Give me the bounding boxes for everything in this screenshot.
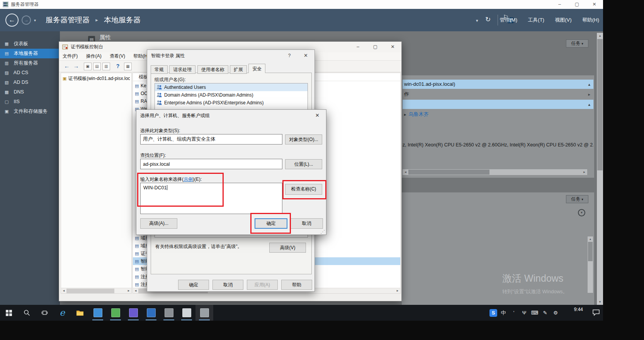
maximize-button[interactable]: ▢: [568, 0, 586, 9]
server-header-row[interactable]: win-dc01.ad-pisx.local) ▴: [403, 80, 593, 89]
cancel-button[interactable]: 取消: [290, 218, 323, 229]
file-explorer-button[interactable]: [71, 305, 89, 321]
advanced-button[interactable]: 高级(V): [269, 243, 306, 253]
tray-icon-voice[interactable]: Ψ: [520, 309, 528, 317]
scrollbar-thumb[interactable]: [408, 170, 489, 175]
view-menu-icon[interactable]: ▦: [124, 63, 132, 70]
forward-icon[interactable]: →: [72, 63, 80, 70]
minimize-button[interactable]: –: [551, 0, 568, 9]
tray-icon-soft-keyboard[interactable]: ⌨: [530, 309, 539, 317]
sidebar-item-all-servers[interactable]: ▥ 所有服务器: [0, 58, 60, 68]
console-menu-view[interactable]: 查看(V): [106, 52, 129, 60]
taskbar-app-app-6[interactable]: [178, 305, 195, 321]
nav-caret-icon[interactable]: ▾: [476, 18, 478, 23]
section-header-row[interactable]: ▴: [403, 100, 593, 109]
properties-icon[interactable]: ▥: [102, 63, 110, 70]
sidebar-item-ad-ds[interactable]: ▧ AD DS: [0, 78, 60, 87]
taskbar-app-app-4[interactable]: [142, 305, 160, 321]
export-list-icon[interactable]: ▤: [93, 63, 101, 70]
sidebar-item-iis[interactable]: ▢ IIS: [0, 97, 60, 107]
console-menu-file[interactable]: 文件(F): [59, 52, 81, 60]
sidebar-item-ad-cs[interactable]: ▨ AD CS: [0, 68, 60, 78]
tasks-button-properties[interactable]: 任务▾: [566, 39, 588, 48]
check-names-button[interactable]: 检查名称(C): [285, 184, 322, 195]
sidebar-item-dns[interactable]: ▩ DNS: [0, 87, 60, 97]
main-vertical-scrollbar[interactable]: ▴ ▾: [597, 33, 603, 305]
back-icon[interactable]: ←: [63, 63, 71, 70]
nav-menu-view[interactable]: 视图(V): [555, 17, 571, 23]
tree-horizontal-scrollbar[interactable]: ◂ ▸: [61, 288, 131, 293]
scroll-left-icon[interactable]: ◂: [61, 288, 66, 293]
taskbar-app-app-1[interactable]: [89, 305, 107, 321]
tasks-button-secondary[interactable]: 任务▾: [566, 195, 588, 203]
breadcrumb-root[interactable]: 服务器管理器: [46, 16, 90, 24]
scrollbar-thumb[interactable]: [66, 289, 114, 293]
group-row[interactable]: Enterprise Admins (AD-PISX\Enterprise Ad…: [155, 99, 308, 107]
dialog-titlebar[interactable]: 智能卡登录 属性 ? ✕: [147, 50, 314, 61]
start-button[interactable]: [0, 305, 18, 321]
advanced-button[interactable]: 高级(A)...: [140, 218, 177, 229]
object-type-field[interactable]: [140, 134, 282, 144]
expand-icon[interactable]: ▸: [588, 90, 590, 99]
nav-menu-tools[interactable]: 工具(T): [528, 17, 544, 23]
object-types-button[interactable]: 对象类型(O)...: [285, 134, 322, 144]
tab-extensions[interactable]: 扩展: [230, 65, 247, 74]
tray-icon-input-cn[interactable]: 中: [499, 309, 508, 317]
scroll-down-icon[interactable]: ▾: [597, 299, 603, 305]
location-field[interactable]: [140, 159, 282, 169]
ok-button[interactable]: 确定: [255, 218, 287, 229]
scroll-right-icon[interactable]: ▸: [126, 288, 131, 293]
show-console-tree-icon[interactable]: ▣: [84, 63, 92, 70]
tab-subject-name[interactable]: 使用者名称: [197, 65, 228, 74]
taskbar-app-app-2[interactable]: [107, 305, 124, 321]
group-row[interactable]: Authenticated Users: [155, 83, 308, 91]
help-button[interactable]: ?: [282, 50, 297, 61]
taskbar-app-app-7[interactable]: [195, 305, 213, 321]
help-icon[interactable]: ?: [114, 63, 122, 70]
maximize-button[interactable]: ▢: [367, 42, 384, 52]
minimize-button[interactable]: –: [349, 42, 367, 52]
action-center-button[interactable]: [592, 309, 600, 317]
dialog-button-cancel[interactable]: 取消: [212, 280, 243, 290]
scrollbar-thumb[interactable]: [597, 39, 603, 170]
scroll-up-icon[interactable]: ▴: [588, 236, 593, 242]
dialog-titlebar[interactable]: 选择用户、计算机、服务帐户或组 ✕: [136, 110, 326, 121]
tray-icon-input-punct[interactable]: ’: [510, 309, 518, 317]
tree-root-item[interactable]: ▣证书模板(win-dc01.ad-pisx.loc: [63, 75, 130, 82]
sidebar-item-dashboard[interactable]: ▦ 仪表板: [0, 39, 60, 49]
sidebar-item-file-storage[interactable]: ▣ 文件和存储服务: [0, 107, 60, 116]
dialog-button-apply[interactable]: 应用(A): [247, 280, 278, 290]
nav-menu-help[interactable]: 帮助(H): [582, 17, 599, 23]
examples-link[interactable]: 示例: [184, 177, 193, 182]
locations-button[interactable]: 位置(L)...: [285, 159, 322, 169]
breadcrumb-current[interactable]: 本地服务器: [104, 16, 141, 24]
internet-explorer-button[interactable]: e: [53, 305, 71, 321]
tab-security[interactable]: 安全: [248, 64, 265, 73]
tray-icon-sogou[interactable]: S: [489, 309, 497, 317]
scrollbar-thumb[interactable]: [588, 242, 593, 261]
close-button[interactable]: ✕: [586, 0, 603, 9]
close-button[interactable]: ✕: [297, 50, 314, 61]
scroll-left-icon[interactable]: ◂: [403, 169, 408, 175]
object-names-input[interactable]: WIN-DC01: [140, 183, 282, 214]
scroll-left-icon[interactable]: ◂: [133, 288, 138, 293]
group-row[interactable]: Domain Admins (AD-PISX\Domain Admins): [155, 91, 308, 99]
collapse-icon[interactable]: ▴: [588, 100, 590, 109]
console-menu-action[interactable]: 操作(A): [83, 52, 105, 60]
action-row[interactable]: 作 ▸: [403, 90, 593, 99]
taskbar-app-app-3[interactable]: [124, 305, 142, 321]
scroll-right-icon[interactable]: ▸: [581, 169, 587, 175]
search-button[interactable]: [18, 305, 36, 321]
tab-general[interactable]: 常规: [151, 65, 168, 74]
city-link[interactable]: 乌鲁木齐: [409, 111, 429, 117]
close-button[interactable]: ✕: [309, 110, 326, 121]
dialog-button-help[interactable]: 帮助: [281, 280, 312, 290]
refresh-icon[interactable]: ↻: [485, 15, 491, 24]
close-button[interactable]: ✕: [384, 42, 401, 52]
task-view-button[interactable]: [36, 305, 53, 321]
dialog-button-ok[interactable]: 确定: [178, 280, 209, 290]
horizontal-scrollbar[interactable]: ◂ ▸: [403, 169, 587, 175]
scroll-up-icon[interactable]: ▴: [597, 33, 603, 39]
collapse-circle-button[interactable]: ▾: [578, 209, 585, 216]
sidebar-item-local-server[interactable]: ▤ 本地服务器: [0, 49, 60, 58]
